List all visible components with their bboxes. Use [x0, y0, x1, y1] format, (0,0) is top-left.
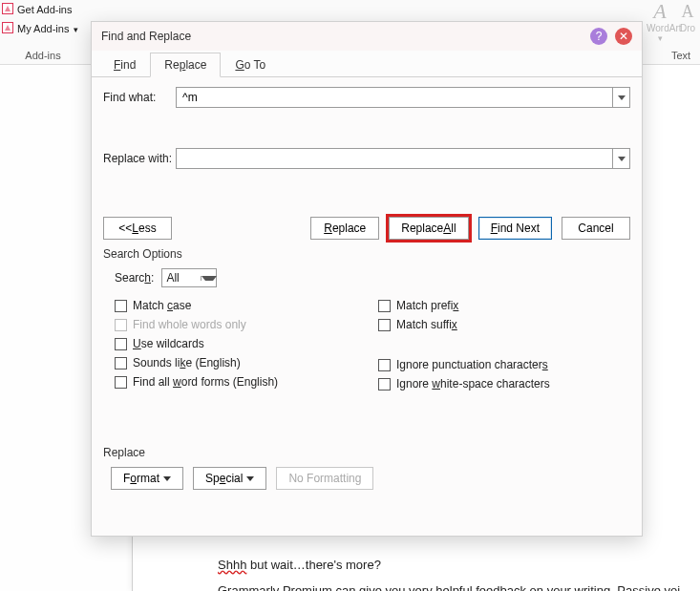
replace-all-button[interactable]: Replace All: [389, 217, 468, 240]
sounds-like-checkbox[interactable]: Sounds like (English): [115, 356, 367, 369]
wildcards-checkbox[interactable]: Use wildcards: [115, 337, 367, 350]
chevron-down-icon: [618, 95, 626, 100]
ignore-whitespace-checkbox[interactable]: Ignore white-space characters: [378, 377, 630, 390]
find-what-label: Find what:: [103, 91, 176, 104]
dialog-title: Find and Replace: [101, 30, 191, 43]
no-formatting-button: No Formatting: [276, 467, 373, 490]
ribbon-group-text: Text: [662, 50, 700, 61]
find-replace-dialog: Find and Replace ? ✕ Find Replace Go To …: [91, 21, 643, 537]
my-addins-button[interactable]: My Add-ins ▾: [0, 19, 86, 38]
find-what-combo[interactable]: [176, 87, 630, 108]
get-addins-label: Get Add-ins: [17, 4, 72, 15]
cancel-button[interactable]: Cancel: [562, 217, 630, 240]
replace-with-combo[interactable]: [176, 148, 630, 169]
document-line-1[interactable]: Shhh but wait…there's more?: [218, 558, 381, 572]
special-menu-button[interactable]: Special: [193, 467, 266, 490]
tab-goto[interactable]: Go To: [221, 53, 280, 77]
wordart-icon: A: [647, 0, 673, 23]
dropcap-button[interactable]: A Dro: [679, 0, 696, 43]
wordart-button[interactable]: A WordArt ▾: [647, 0, 673, 43]
match-suffix-checkbox[interactable]: Match suffix: [378, 318, 630, 331]
search-options-label: Search Options: [103, 247, 630, 261]
dialog-titlebar[interactable]: Find and Replace ? ✕: [92, 22, 642, 51]
tab-find[interactable]: Find: [99, 53, 150, 77]
document-line-2[interactable]: Grammarly Premium can give you very help…: [218, 583, 700, 591]
find-what-dropdown[interactable]: [612, 88, 629, 107]
spell-error[interactable]: Shhh: [218, 558, 246, 572]
ignore-punctuation-checkbox[interactable]: Ignore punctuation characters: [378, 358, 630, 371]
search-scope-value: All: [162, 271, 201, 285]
tab-replace[interactable]: Replace: [150, 53, 221, 77]
search-label: Search:: [115, 271, 154, 285]
dropcap-icon: A: [679, 0, 696, 23]
addins-icon: [2, 3, 13, 14]
dialog-tabs: Find Replace Go To: [92, 51, 642, 77]
my-addins-label: My Add-ins: [17, 23, 69, 34]
chevron-down-icon: [246, 476, 254, 481]
ribbon-group-addins: Add-ins: [0, 50, 86, 61]
replace-with-dropdown[interactable]: [612, 149, 629, 168]
addins-icon: [2, 22, 13, 33]
replace-section-label: Replace: [103, 446, 630, 459]
close-icon[interactable]: ✕: [615, 28, 632, 45]
chevron-down-icon: [163, 476, 171, 481]
dropcap-label: Dro: [680, 23, 695, 33]
match-prefix-checkbox[interactable]: Match prefix: [378, 299, 630, 312]
replace-with-label: Replace with:: [103, 152, 176, 165]
replace-with-input[interactable]: [177, 150, 612, 167]
wordart-label: WordArt: [647, 23, 682, 33]
chevron-down-icon: [202, 276, 217, 281]
help-icon[interactable]: ?: [590, 28, 607, 45]
less-button[interactable]: << Less: [103, 217, 172, 240]
find-next-button[interactable]: Find Next: [478, 217, 552, 240]
word-forms-checkbox[interactable]: Find all word forms (English): [115, 375, 367, 389]
search-scope-combo[interactable]: All: [161, 268, 217, 287]
replace-button[interactable]: Replace: [310, 217, 379, 240]
format-menu-button[interactable]: Format: [111, 467, 183, 490]
find-what-input[interactable]: [177, 89, 612, 106]
match-case-checkbox[interactable]: Match case: [115, 299, 367, 312]
get-addins-button[interactable]: Get Add-ins: [0, 0, 86, 19]
whole-words-checkbox: Find whole words only: [115, 318, 367, 331]
chevron-down-icon: [618, 157, 626, 161]
